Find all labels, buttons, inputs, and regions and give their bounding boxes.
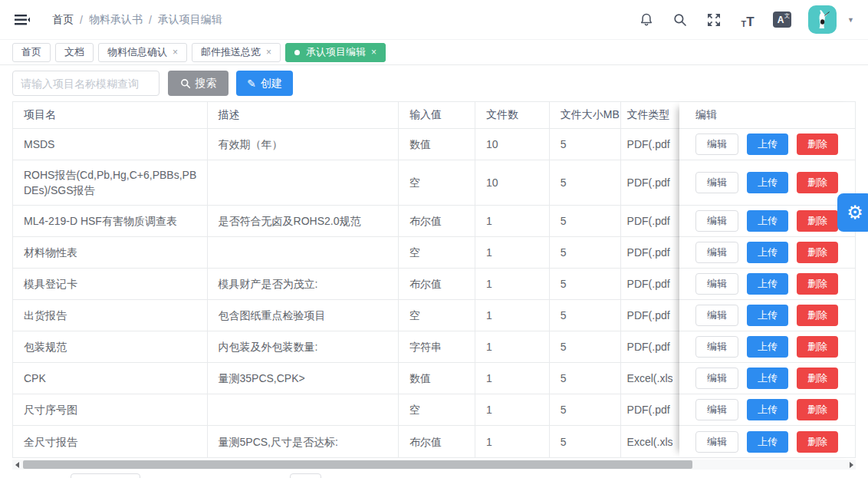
upload-button[interactable]: 上传 <box>747 368 788 389</box>
upload-button[interactable]: 上传 <box>747 242 788 263</box>
upload-button[interactable]: 上传 <box>747 431 788 453</box>
cell-file_count: 10 <box>475 160 550 205</box>
cell-name: 尺寸序号图 <box>13 394 208 425</box>
delete-button[interactable]: 删除 <box>797 273 838 295</box>
cell-input_type: 空 <box>399 160 475 205</box>
scroll-left-arrow[interactable] <box>12 460 21 470</box>
translate-icon[interactable]: A文 <box>773 12 791 28</box>
toolbar: 搜索 ✎ 创建 <box>0 65 868 96</box>
edit-button[interactable]: 编辑 <box>695 336 738 358</box>
notification-bell-icon[interactable] <box>638 12 655 28</box>
page-size-select[interactable] <box>71 473 140 478</box>
fixed-col-body: 编辑上传删除编辑上传删除编辑上传删除编辑上传删除编辑上传删除编辑上传删除编辑上传… <box>679 129 855 457</box>
search-icon[interactable] <box>672 12 689 28</box>
tab-item[interactable]: 首页 <box>12 43 51 62</box>
avatar[interactable] <box>808 5 837 34</box>
cell-name: ROHS报告(Cd,Pb,Hg,C+6,PBBs,PBDEs)/SGS报告 <box>13 160 208 205</box>
cell-file_count: 1 <box>475 269 550 299</box>
search-button-icon <box>180 78 191 89</box>
settings-panel-button[interactable]: ⚙ <box>837 193 868 232</box>
row-actions: 编辑上传删除 <box>679 363 855 394</box>
delete-button[interactable]: 删除 <box>797 134 838 155</box>
upload-button[interactable]: 上传 <box>747 305 788 326</box>
cell-file_count: 1 <box>475 331 550 362</box>
delete-button[interactable]: 删除 <box>797 172 838 193</box>
tab-item[interactable]: 物料信息确认× <box>98 43 187 62</box>
fullscreen-icon[interactable] <box>705 12 722 28</box>
edit-button[interactable]: 编辑 <box>695 172 738 193</box>
breadcrumb-separator: / <box>80 14 83 26</box>
cell-file_size: 5 <box>550 363 621 394</box>
edit-button[interactable]: 编辑 <box>695 305 738 326</box>
cell-desc: 量测5PCS,尺寸是否达标: <box>208 426 399 457</box>
cell-input_type: 空 <box>399 237 475 268</box>
edit-button[interactable]: 编辑 <box>695 431 738 453</box>
cell-file_size: 5 <box>550 426 621 457</box>
pagination-button[interactable] <box>290 473 321 478</box>
cell-file_count: 1 <box>475 394 550 425</box>
create-button-label: 创建 <box>261 77 282 91</box>
fixed-action-column: 编辑 编辑上传删除编辑上传删除编辑上传删除编辑上传删除编辑上传删除编辑上传删除编… <box>679 102 855 457</box>
edit-button[interactable]: 编辑 <box>695 273 738 295</box>
tab-label: 文档 <box>64 45 84 59</box>
cell-file_size: 5 <box>550 394 621 425</box>
cell-input_type: 布尔值 <box>399 206 475 236</box>
upload-button[interactable]: 上传 <box>747 210 788 232</box>
cell-desc <box>208 160 399 205</box>
row-actions: 编辑上传删除 <box>679 129 855 160</box>
column-header-input: 输入值 <box>399 102 475 128</box>
upload-button[interactable]: 上传 <box>747 336 788 358</box>
tab-close-icon[interactable]: × <box>266 48 271 57</box>
delete-button[interactable]: 删除 <box>797 336 838 358</box>
column-header-filecount: 文件数 <box>475 102 550 128</box>
upload-button[interactable]: 上传 <box>747 273 788 295</box>
search-input[interactable] <box>12 71 159 96</box>
upload-button[interactable]: 上传 <box>747 172 788 193</box>
sidebar-collapse-icon[interactable] <box>14 11 32 29</box>
cell-desc: 包含图纸重点检验项目 <box>208 300 399 331</box>
cell-file_count: 1 <box>475 363 550 394</box>
edit-button[interactable]: 编辑 <box>695 242 738 263</box>
tab-close-icon[interactable]: × <box>173 48 178 57</box>
cell-input_type: 布尔值 <box>399 269 475 299</box>
scrollbar-track[interactable] <box>21 460 847 470</box>
edit-button[interactable]: 编辑 <box>695 368 738 389</box>
column-header-name: 项目名 <box>13 102 208 128</box>
cell-desc: 模具财产是否为茂立: <box>208 269 399 299</box>
gear-icon: ⚙ <box>847 203 863 222</box>
delete-button[interactable]: 删除 <box>797 431 838 453</box>
upload-button[interactable]: 上传 <box>747 134 788 155</box>
tab-item[interactable]: 承认项目编辑× <box>285 43 386 62</box>
cell-file_size: 5 <box>550 129 621 160</box>
tab-label: 首页 <box>21 45 41 59</box>
tab-item[interactable]: 文档 <box>55 43 94 62</box>
font-size-icon[interactable]: TT <box>739 12 756 28</box>
breadcrumb-material-approval[interactable]: 物料承认书 <box>89 13 143 27</box>
tab-item[interactable]: 邮件推送总览× <box>192 43 281 62</box>
delete-button[interactable]: 删除 <box>797 210 838 232</box>
create-button[interactable]: ✎ 创建 <box>236 71 293 96</box>
row-actions: 编辑上传删除 <box>679 331 855 363</box>
scrollbar-thumb[interactable] <box>23 460 692 469</box>
delete-button[interactable]: 删除 <box>797 368 838 389</box>
upload-button[interactable]: 上传 <box>747 399 788 420</box>
delete-button[interactable]: 删除 <box>797 399 838 420</box>
cell-desc: 量测35PCS,CPK> <box>208 363 399 394</box>
delete-button[interactable]: 删除 <box>797 242 838 263</box>
row-actions: 编辑上传删除 <box>679 160 855 206</box>
search-button-label: 搜索 <box>196 77 217 91</box>
delete-button[interactable]: 删除 <box>797 305 838 326</box>
cell-desc <box>208 394 399 425</box>
app-header: 首页 / 物料承认书 / 承认项目编辑 TT <box>0 0 868 40</box>
cell-name: MSDS <box>13 129 208 160</box>
chevron-down-icon[interactable]: ▼ <box>847 16 854 24</box>
edit-button[interactable]: 编辑 <box>695 399 738 420</box>
breadcrumb-home[interactable]: 首页 <box>52 13 74 27</box>
row-actions: 编辑上传删除 <box>679 237 855 269</box>
tab-close-icon[interactable]: × <box>371 48 376 57</box>
scroll-right-arrow[interactable] <box>847 460 856 470</box>
edit-button[interactable]: 编辑 <box>695 210 738 232</box>
search-button[interactable]: 搜索 <box>168 71 229 96</box>
column-header-edit: 编辑 <box>679 102 855 129</box>
edit-button[interactable]: 编辑 <box>695 134 738 155</box>
